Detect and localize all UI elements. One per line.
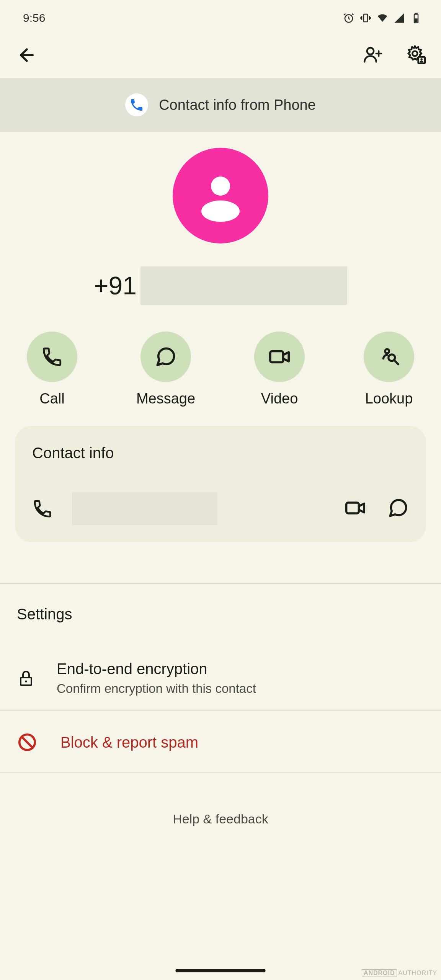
wifi-icon: [377, 12, 388, 24]
message-action[interactable]: Message: [136, 332, 195, 407]
help-feedback-link[interactable]: Help & feedback: [0, 812, 441, 826]
status-time: 9:56: [23, 11, 45, 24]
contact-info-card: Contact info: [15, 426, 426, 542]
video-icon: [345, 497, 366, 519]
call-action[interactable]: Call: [27, 332, 77, 407]
block-label: Block & report spam: [60, 734, 198, 751]
phone-badge: [125, 93, 148, 116]
svg-point-10: [201, 201, 240, 222]
svg-rect-4: [415, 18, 418, 22]
phone-redacted: [140, 266, 347, 305]
vibrate-icon: [360, 12, 371, 24]
status-icons: [343, 12, 422, 24]
block-icon: [17, 732, 38, 753]
source-banner: Contact info from Phone: [0, 78, 441, 132]
arrow-back-icon: [17, 45, 37, 65]
svg-point-8: [420, 58, 423, 60]
back-button[interactable]: [15, 44, 38, 67]
lookup-action[interactable]: Lookup: [364, 332, 414, 407]
status-bar: 9:56: [0, 0, 441, 32]
encryption-title: End-to-end encryption: [57, 660, 256, 678]
contact-number-redacted: [72, 492, 217, 525]
encryption-row[interactable]: End-to-end encryption Confirm encryption…: [17, 653, 424, 710]
svg-rect-3: [415, 13, 417, 15]
svg-rect-1: [364, 14, 368, 22]
svg-point-16: [25, 680, 27, 682]
watermark: ANDROID AUTHORITY: [362, 969, 437, 977]
svg-point-9: [211, 176, 230, 196]
message-label: Message: [136, 390, 195, 407]
signal-icon: [394, 12, 405, 24]
person-add-icon: [363, 44, 383, 64]
encryption-subtitle: Confirm encryption with this contact: [57, 681, 256, 696]
person-icon: [192, 167, 249, 224]
phone-prefix: +91: [94, 271, 137, 300]
alarm-icon: [343, 12, 354, 24]
contact-settings-button[interactable]: [406, 44, 426, 66]
message-icon: [155, 346, 177, 368]
video-call-button[interactable]: [345, 497, 366, 520]
nav-handle[interactable]: [176, 969, 266, 972]
svg-rect-11: [270, 351, 283, 363]
battery-icon: [410, 12, 422, 24]
contact-info-title: Contact info: [32, 444, 409, 462]
add-contact-button[interactable]: [363, 44, 383, 66]
lookup-label: Lookup: [365, 390, 413, 407]
svg-point-5: [367, 48, 374, 54]
divider: [0, 773, 441, 773]
svg-point-6: [412, 51, 417, 56]
block-report-row[interactable]: Block & report spam: [0, 710, 441, 773]
avatar-section: [0, 132, 441, 243]
contact-info-row[interactable]: [32, 492, 409, 525]
message-icon: [387, 497, 409, 519]
app-bar: [0, 32, 441, 78]
call-label: Call: [39, 390, 64, 407]
call-icon: [41, 346, 63, 368]
contact-number: +91: [0, 266, 441, 305]
phone-icon: [129, 97, 144, 113]
lock-icon: [17, 669, 35, 688]
settings-title: Settings: [17, 606, 424, 623]
svg-rect-14: [346, 503, 359, 513]
gear-contact-icon: [406, 44, 426, 64]
avatar: [173, 148, 268, 243]
svg-point-12: [385, 349, 389, 353]
action-row: Call Message Video Lookup: [0, 305, 441, 407]
banner-text: Contact info from Phone: [159, 97, 316, 113]
video-action[interactable]: Video: [254, 332, 305, 407]
settings-section: Settings End-to-end encryption Confirm e…: [0, 584, 441, 710]
video-label: Video: [261, 390, 298, 407]
lookup-icon: [378, 346, 400, 368]
video-icon: [268, 346, 291, 368]
phone-icon: [32, 498, 53, 519]
message-button[interactable]: [387, 497, 409, 520]
